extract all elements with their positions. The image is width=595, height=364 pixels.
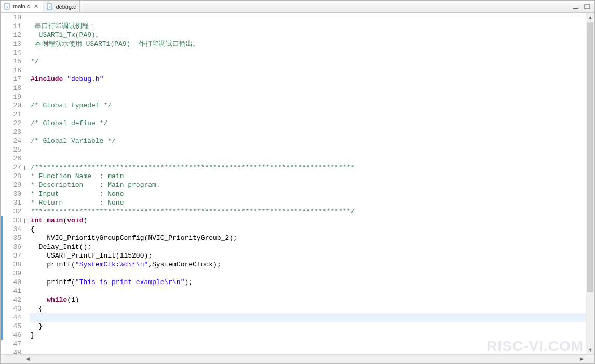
code-line[interactable]: [30, 13, 586, 22]
code-line[interactable]: * Input : None: [30, 190, 586, 198]
fold-cell: [23, 13, 30, 22]
line-number: 24: [1, 137, 21, 145]
code-line[interactable]: */: [30, 57, 586, 66]
line-number: 26: [1, 154, 21, 163]
fold-toggle-icon[interactable]: −: [24, 166, 29, 170]
code-line[interactable]: [30, 84, 586, 92]
fold-cell: [23, 110, 30, 119]
line-number: 13: [1, 39, 21, 48]
code-line[interactable]: [30, 92, 586, 101]
fold-toggle-icon[interactable]: −: [24, 219, 29, 223]
tabbar-controls: [572, 3, 594, 10]
fold-cell: [23, 313, 30, 322]
scroll-left-arrow[interactable]: ◀: [23, 355, 32, 363]
fold-cell: [23, 207, 30, 216]
minimize-icon[interactable]: [572, 3, 580, 10]
code-line[interactable]: 本例程演示使用 USART1(PA9) 作打印调试口输出。: [30, 39, 586, 48]
fold-cell: [23, 304, 30, 313]
horizontal-scrollbar[interactable]: ◀ ▶: [1, 354, 594, 363]
line-number: 32: [1, 207, 21, 216]
code-line[interactable]: [30, 145, 586, 154]
code-line[interactable]: {: [30, 225, 586, 234]
line-number: 28: [1, 172, 21, 181]
code-line[interactable]: /***************************************…: [30, 163, 586, 172]
code-line[interactable]: [30, 154, 586, 163]
fold-cell: [23, 92, 30, 101]
code-line[interactable]: /* Global Variable */: [30, 137, 586, 145]
scroll-down-arrow[interactable]: ▼: [586, 346, 594, 354]
fold-cell: [23, 172, 30, 181]
line-number: 12: [1, 31, 21, 39]
fold-cell: [23, 234, 30, 242]
line-number: 37: [1, 251, 21, 260]
svg-text:c: c: [6, 5, 8, 8]
fold-cell: [23, 225, 30, 234]
line-number: 29: [1, 181, 21, 190]
code-line[interactable]: while(1): [30, 295, 586, 304]
maximize-icon[interactable]: [583, 3, 591, 10]
fold-cell: [23, 154, 30, 163]
line-number: 22: [1, 119, 21, 128]
fold-cell: [23, 84, 30, 92]
fold-cell: [23, 295, 30, 304]
line-number: 38: [1, 260, 21, 269]
code-line[interactable]: }: [30, 331, 586, 340]
code-line[interactable]: USART_Printf_Init(115200);: [30, 251, 586, 260]
fold-cell: [23, 287, 30, 295]
code-line[interactable]: int main(void): [30, 216, 586, 225]
code-line[interactable]: NVIC_PriorityGroupConfig(NVIC_PriorityGr…: [30, 234, 586, 242]
line-number: 47: [1, 340, 21, 348]
code-line[interactable]: [30, 110, 586, 119]
line-number: 41: [1, 287, 21, 295]
scroll-right-arrow[interactable]: ▶: [577, 355, 586, 363]
code-line[interactable]: {: [30, 304, 586, 313]
code-line[interactable]: * Function Name : main: [30, 172, 586, 181]
fold-cell: [23, 278, 30, 287]
code-line[interactable]: /* Global typedef */: [30, 101, 586, 110]
line-number: 46: [1, 331, 21, 340]
code-line[interactable]: USART1_Tx(PA9)。: [30, 31, 586, 39]
code-line[interactable]: printf("SystemClk:%d\r\n",SystemCoreCloc…: [30, 260, 586, 269]
code-line[interactable]: [30, 287, 586, 295]
code-line[interactable]: ****************************************…: [30, 207, 586, 216]
editor-tabbar: cmain.c✕cdebug.c: [1, 1, 594, 13]
line-number: 44: [1, 313, 21, 322]
line-number: 23: [1, 128, 21, 137]
code-line[interactable]: Delay_Init();: [30, 242, 586, 251]
editor-tab[interactable]: cmain.c✕: [1, 1, 43, 12]
code-line[interactable]: [30, 269, 586, 278]
fold-cell: [23, 31, 30, 39]
code-line[interactable]: #include "debug.h": [30, 75, 586, 84]
code-line[interactable]: [30, 348, 586, 354]
close-icon[interactable]: ✕: [33, 3, 39, 10]
fold-cell: [23, 181, 30, 190]
svg-rect-5: [585, 5, 590, 9]
editor-area: 1011121314151617181920212223242526272829…: [1, 13, 594, 354]
code-line[interactable]: printf("This is print example\r\n");: [30, 278, 586, 287]
code-line[interactable]: [30, 340, 586, 348]
code-line[interactable]: 串口打印调试例程：: [30, 22, 586, 31]
code-line[interactable]: * Return : None: [30, 198, 586, 207]
code-line[interactable]: }: [30, 322, 586, 331]
line-number: 30: [1, 190, 21, 198]
fold-cell: −: [23, 163, 30, 172]
scroll-thumb[interactable]: [587, 22, 593, 292]
code-line[interactable]: /* Global define */: [30, 119, 586, 128]
line-number: 35: [1, 234, 21, 242]
editor-tab[interactable]: cdebug.c: [43, 1, 79, 12]
code-editor[interactable]: 串口打印调试例程： USART1_Tx(PA9)。 本例程演示使用 USART1…: [30, 13, 586, 354]
code-line[interactable]: [30, 66, 586, 75]
code-line[interactable]: [30, 48, 586, 57]
scroll-up-arrow[interactable]: ▲: [586, 13, 594, 21]
fold-cell: [23, 198, 30, 207]
fold-cell: [23, 119, 30, 128]
code-line[interactable]: [30, 313, 586, 322]
fold-cell: [23, 101, 30, 110]
code-line[interactable]: [30, 128, 586, 137]
line-number: 17: [1, 75, 21, 84]
vertical-scrollbar[interactable]: ▲ ▼: [586, 13, 594, 354]
fold-cell: [23, 48, 30, 57]
fold-cell: [23, 145, 30, 154]
line-number: 14: [1, 48, 21, 57]
code-line[interactable]: * Description : Main program.: [30, 181, 586, 190]
